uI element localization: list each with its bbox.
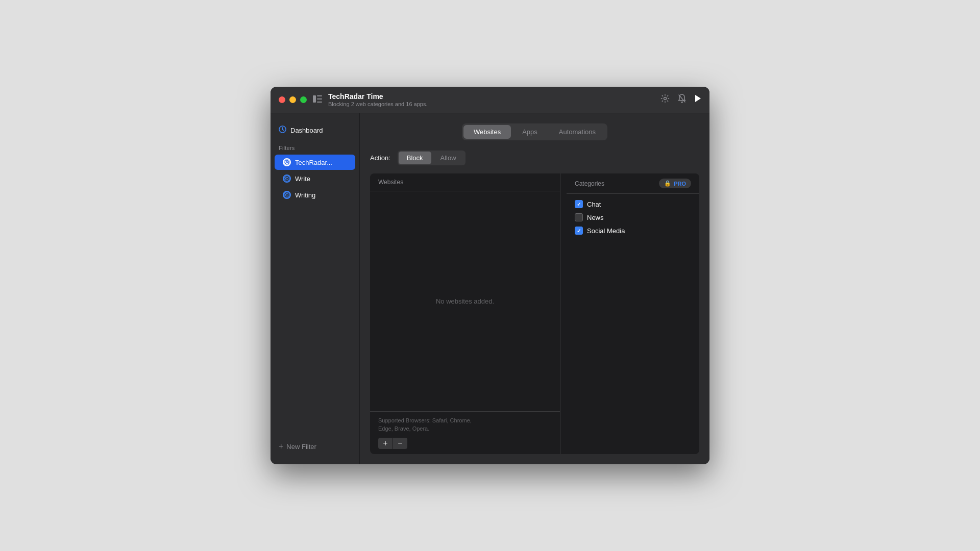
title-info: TechRadar Time Blocking 2 web categories…	[328, 92, 660, 107]
categories-title: Categories	[575, 180, 604, 187]
categories-panel: Categories 🔒 PRO ✓ Chat	[567, 173, 699, 454]
action-label: Action:	[370, 154, 390, 162]
block-button[interactable]: Block	[399, 152, 431, 164]
svg-point-12	[286, 178, 287, 179]
websites-empty-message: No websites added.	[370, 191, 560, 411]
allow-button[interactable]: Allow	[432, 152, 464, 164]
tabs-bar: Websites Apps Automations	[370, 123, 699, 140]
filter-icon-techradar	[283, 158, 291, 166]
supported-browsers-text: Supported Browsers: Safari, Chrome, Edge…	[378, 417, 552, 433]
category-label-news: News	[587, 214, 604, 221]
websites-panel-bottom: Supported Browsers: Safari, Chrome, Edge…	[370, 411, 560, 454]
sidebar-item-write[interactable]: Write	[275, 171, 355, 186]
titlebar-actions	[660, 94, 701, 106]
notification-icon[interactable]	[678, 94, 686, 106]
plus-icon: +	[279, 442, 283, 451]
tabs-container: Websites Apps Automations	[462, 123, 607, 140]
category-item-news[interactable]: News	[575, 213, 691, 221]
sidebar-filter-label-techradar: TechRadar...	[295, 159, 332, 166]
new-filter-label: New Filter	[286, 443, 316, 450]
svg-point-9	[286, 162, 287, 163]
close-button[interactable]	[279, 96, 285, 103]
pro-label: PRO	[674, 181, 686, 187]
checkbox-news[interactable]	[575, 213, 583, 221]
websites-panel-header: Websites	[370, 173, 560, 191]
sidebar-filter-label-writing: Writing	[295, 191, 315, 199]
svg-rect-1	[317, 95, 322, 96]
add-website-button[interactable]: +	[378, 438, 393, 449]
panels: Websites No websites added. Supported Br…	[370, 173, 699, 454]
checkmark-icon-social: ✓	[577, 228, 581, 234]
tab-websites[interactable]: Websites	[463, 125, 511, 139]
sidebar-item-techradar[interactable]: TechRadar...	[275, 155, 355, 170]
tab-apps[interactable]: Apps	[512, 125, 548, 139]
pro-badge[interactable]: 🔒 PRO	[659, 179, 691, 188]
add-remove-buttons: + −	[378, 438, 552, 449]
content-area: Websites Apps Automations Action: Block …	[360, 113, 709, 464]
minimize-button[interactable]	[289, 96, 296, 103]
websites-panel: Websites No websites added. Supported Br…	[370, 173, 560, 454]
checkmark-icon: ✓	[577, 202, 581, 207]
gear-icon[interactable]	[660, 94, 670, 106]
category-item-social-media[interactable]: ✓ Social Media	[575, 227, 691, 235]
traffic-lights	[279, 96, 307, 103]
svg-point-15	[286, 194, 287, 195]
dashboard-icon	[279, 126, 286, 135]
new-filter-button[interactable]: + New Filter	[271, 437, 359, 456]
lock-icon: 🔒	[664, 180, 671, 187]
maximize-button[interactable]	[300, 96, 307, 103]
categories-list: ✓ Chat News	[567, 194, 699, 241]
main-layout: Dashboard Filters TechRadar...	[271, 113, 709, 464]
category-item-chat[interactable]: ✓ Chat	[575, 200, 691, 208]
sidebar-toggle-icon[interactable]	[313, 94, 322, 105]
main-window: TechRadar Time Blocking 2 web categories…	[271, 87, 709, 464]
sidebar-item-writing[interactable]: Writing	[275, 187, 355, 203]
window-subtitle: Blocking 2 web categories and 16 apps.	[328, 101, 660, 107]
action-row: Action: Block Allow	[370, 151, 699, 165]
category-label-social-media: Social Media	[587, 227, 625, 235]
svg-point-4	[664, 97, 667, 100]
svg-rect-0	[313, 95, 316, 103]
filters-section-label: Filters	[271, 139, 359, 154]
checkbox-chat[interactable]: ✓	[575, 200, 583, 208]
svg-rect-3	[317, 102, 322, 103]
filter-icon-writing	[283, 191, 291, 199]
sidebar-item-dashboard[interactable]: Dashboard	[271, 121, 359, 139]
dashboard-label: Dashboard	[290, 127, 323, 134]
category-label-chat: Chat	[587, 201, 601, 208]
titlebar: TechRadar Time Blocking 2 web categories…	[271, 87, 709, 113]
filter-icon-write	[283, 174, 291, 183]
play-icon[interactable]	[694, 94, 701, 105]
remove-website-button[interactable]: −	[393, 438, 407, 449]
sidebar-filter-label-write: Write	[295, 175, 310, 183]
sidebar: Dashboard Filters TechRadar...	[271, 113, 360, 464]
checkbox-social-media[interactable]: ✓	[575, 227, 583, 235]
categories-header: Categories 🔒 PRO	[567, 173, 699, 194]
svg-rect-2	[317, 98, 322, 99]
action-buttons: Block Allow	[398, 151, 465, 165]
window-title: TechRadar Time	[328, 92, 660, 101]
tab-automations[interactable]: Automations	[549, 125, 606, 139]
